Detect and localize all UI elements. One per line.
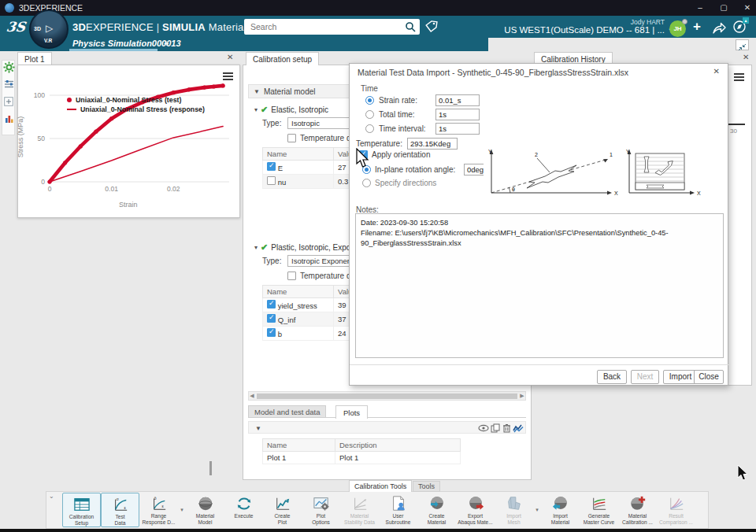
toolbar-export-abaqus-material[interactable]: ExportAbaqus Mate... [456, 493, 495, 527]
toolbar-material-model[interactable]: MaterialModel [186, 493, 224, 527]
range-response-icon: ôε [150, 494, 168, 513]
sliders-icon[interactable] [4, 79, 14, 89]
show-plot-icon[interactable] [478, 423, 489, 433]
svg-text:2: 2 [535, 152, 538, 157]
toolbar-calibration-setup[interactable]: CalibrationSetup [62, 493, 101, 527]
row-checkbox[interactable] [267, 328, 276, 337]
chart-menu-icon[interactable] [223, 71, 233, 82]
time-interval-radio[interactable] [365, 124, 374, 133]
back-button[interactable]: Back [597, 370, 627, 384]
strain-rate-radio[interactable] [365, 96, 374, 105]
tab-calibration-tools[interactable]: Calibration Tools [349, 480, 412, 492]
tab-calibration-setup[interactable]: Calibration setup [246, 52, 319, 65]
delete-plot-icon[interactable] [502, 423, 511, 433]
new-plot-icon[interactable] [513, 423, 524, 433]
horizontal-scrollbar[interactable]: ◀▶ [248, 391, 526, 401]
toolbar-create-material[interactable]: CreateMaterial [417, 493, 456, 527]
tab-plots[interactable]: Plots [335, 405, 368, 419]
tab-plot1[interactable]: Plot 1 [17, 52, 52, 65]
row-checkbox[interactable] [267, 314, 276, 323]
row-checkbox[interactable] [267, 176, 276, 185]
result-comparison-icon [668, 494, 685, 513]
total-time-radio[interactable] [365, 110, 374, 119]
window-titlebar: 3DEXPERIENCE – ▢ ✕ [0, 0, 756, 16]
chart-widget-icon[interactable] [4, 113, 14, 124]
toolbar-chevron-icon[interactable]: ▾ [178, 507, 186, 513]
application-window: 3DEXPERIENCE – ▢ ✕ 3S 3D ▷ V.R 3DEXPERIE… [0, 0, 756, 532]
total-time-input[interactable] [435, 109, 480, 120]
toolbar-collapse-icon[interactable]: ⌄ [49, 493, 54, 500]
valid-check-icon: ✔ [261, 242, 268, 253]
temp-dependent-checkbox[interactable] [287, 272, 296, 280]
add-content-icon[interactable]: + [693, 19, 701, 35]
tab-model-and-test-data[interactable]: Model and test data [248, 405, 326, 418]
table-row[interactable]: Plot 1Plot 1 [263, 452, 461, 464]
compass-play-icon: ▷ [46, 23, 53, 34]
active-tab-underline [69, 49, 158, 51]
toolbar-result-comparison[interactable]: ResultComparison ... [657, 493, 695, 527]
toolbar-generate-master-curve[interactable]: GenerateMaster Curve [580, 493, 618, 527]
help-compass-icon[interactable]: ▲ [732, 20, 747, 34]
time-interval-input[interactable] [435, 123, 480, 135]
search-input[interactable] [244, 22, 405, 31]
temperature-input[interactable] [407, 138, 458, 150]
plot-tab-close-icon[interactable]: ✕ [227, 53, 233, 61]
strain-rate-input[interactable] [435, 94, 480, 106]
elastic-group-header[interactable]: ▾✔ Elastic, Isotropic [254, 105, 328, 115]
toolbar-create-plot[interactable]: CreatePlot [263, 493, 302, 527]
toolbar-material-calibration[interactable]: MaterialCalibration ... [618, 493, 657, 527]
type-label: Type: [262, 257, 281, 265]
toolbar-import-material[interactable]: ImportMaterial [541, 493, 580, 527]
dialog-close-icon[interactable]: ✕ [713, 67, 720, 76]
history-close-icon[interactable]: ✕ [743, 53, 749, 61]
tenant-label[interactable]: US WEST1(OutScale) DEMO -- 681 | ... [504, 25, 665, 35]
compass-icon[interactable]: 3D ▷ V.R [29, 9, 69, 49]
3ds-logo[interactable]: 3S [6, 19, 27, 35]
specify-directions-radio[interactable] [362, 179, 371, 187]
apply-orientation-checkbox[interactable] [359, 150, 368, 159]
history-menu-icon[interactable] [734, 72, 744, 83]
toolbar-execute[interactable]: Execute [224, 493, 263, 527]
search-icon[interactable] [405, 21, 416, 32]
tab-calibration-setup-label: Calibration setup [253, 55, 312, 64]
maximize-button[interactable]: ▢ [712, 0, 736, 16]
svg-text:100: 100 [34, 91, 45, 99]
toolbar-test-data[interactable]: σε TestData [101, 493, 139, 527]
toolbar-user-subroutine[interactable]: UserSubroutine [379, 493, 417, 527]
duplicate-plot-icon[interactable] [491, 423, 500, 433]
valid-check-icon: ✔ [261, 105, 268, 115]
toolbar-material-stability-data[interactable]: MaterialStability Data [340, 493, 379, 527]
tag-icon[interactable] [424, 20, 439, 34]
temp-dependent-checkbox[interactable] [287, 134, 296, 142]
notes-filename-line: Filename: E:\users\fj7\KB\Micromechanics… [361, 228, 718, 249]
toolbar-range-response[interactable]: ôε RangeResponse D... [139, 493, 178, 527]
share-icon[interactable] [712, 20, 727, 35]
import-button[interactable]: Import [663, 370, 698, 384]
close-button[interactable]: ✕ [736, 0, 756, 16]
dialog-footer-divider [350, 364, 729, 365]
compass-vr-label: V.R [44, 38, 52, 43]
toolbar-plot-options[interactable]: PlotOptions [302, 493, 340, 527]
notes-box[interactable]: Date: 2023-09-30 15:20:58 Filename: E:\u… [355, 213, 724, 358]
avatar[interactable]: JH [669, 20, 686, 37]
inplane-rotation-radio[interactable] [362, 165, 371, 174]
svg-text:σ: σ [116, 497, 119, 501]
drag-handle[interactable] [209, 461, 212, 475]
row-checkbox[interactable] [267, 162, 276, 171]
minimize-button[interactable]: – [688, 0, 712, 16]
tab-tools[interactable]: Tools [413, 481, 440, 492]
next-button[interactable]: Next [631, 370, 659, 384]
toolbar-chevron-icon[interactable]: ▾ [533, 507, 541, 513]
toolbar-import-mesh[interactable]: ImportMesh [495, 493, 533, 527]
add-widget-icon[interactable] [4, 97, 13, 106]
row-checkbox[interactable] [267, 300, 276, 308]
add-tab-button[interactable]: + [164, 39, 169, 48]
settings-gear-icon[interactable] [3, 61, 15, 73]
elastic-group-label: Elastic, Isotropic [271, 105, 328, 114]
stress-strain-chart[interactable]: 05010000.010.02 [18, 65, 239, 213]
expand-icon[interactable]: ▼ [255, 425, 261, 432]
chart-xlabel: Strain [119, 201, 138, 209]
material-model-icon [197, 494, 214, 513]
close-dialog-button[interactable]: Close [694, 370, 724, 384]
collapse-panel-icon[interactable] [736, 39, 749, 50]
